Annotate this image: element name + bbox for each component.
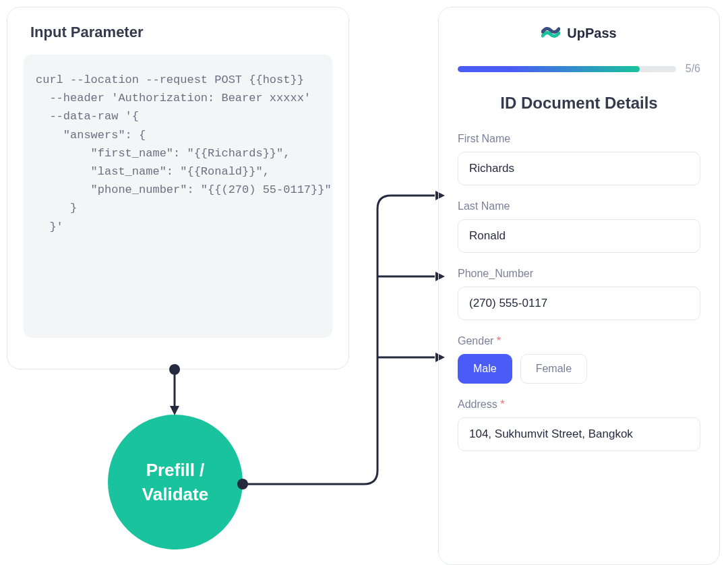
gender-label: Gender *: [458, 335, 700, 347]
gender-group: Gender * Male Female: [458, 335, 700, 384]
uppass-form-panel: UpPass 5/6 ID Document Details First Nam…: [438, 7, 720, 565]
prefill-validate-node: Prefill / Validate: [108, 415, 243, 549]
gender-options: Male Female: [458, 354, 700, 384]
input-parameter-panel: Input Parameter curl --location --reques…: [7, 7, 349, 369]
progress-row: 5/6: [458, 63, 700, 75]
phone-number-group: Phone_Number: [458, 268, 700, 320]
last-name-group: Last Name: [458, 200, 700, 253]
address-group: Address *: [458, 398, 700, 451]
address-required-marker: *: [500, 398, 504, 410]
first-name-input[interactable]: [458, 152, 700, 185]
uppass-logo-icon: [541, 24, 560, 42]
gender-label-text: Gender: [458, 335, 493, 347]
gender-required-marker: *: [497, 335, 501, 347]
logo-row: UpPass: [458, 24, 700, 42]
address-label-text: Address: [458, 398, 497, 410]
logo-text: UpPass: [567, 26, 616, 41]
last-name-label: Last Name: [458, 200, 700, 212]
last-name-input[interactable]: [458, 219, 700, 253]
address-label: Address *: [458, 398, 700, 411]
first-name-label: First Name: [458, 133, 700, 145]
curl-code-block: curl --location --request POST {{host}} …: [24, 55, 332, 338]
progress-fill: [458, 66, 640, 72]
first-name-group: First Name: [458, 133, 700, 185]
svg-marker-2: [170, 406, 179, 415]
phone-number-input[interactable]: [458, 287, 700, 320]
input-panel-title: Input Parameter: [30, 24, 332, 41]
progress-text: 5/6: [686, 63, 700, 75]
progress-bar: [458, 66, 676, 72]
gender-option-female[interactable]: Female: [520, 354, 587, 384]
address-input[interactable]: [458, 417, 700, 451]
phone-number-label: Phone_Number: [458, 268, 700, 280]
gender-option-male[interactable]: Male: [458, 354, 512, 384]
circle-label: Prefill / Validate: [142, 458, 208, 507]
form-title: ID Document Details: [458, 94, 700, 113]
